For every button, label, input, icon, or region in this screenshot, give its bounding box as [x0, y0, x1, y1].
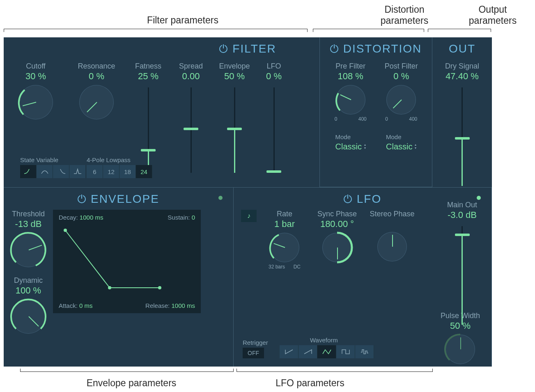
post-knob[interactable]	[386, 85, 416, 115]
distortion-section: DISTORTION Pre Filter 108 % 0400 Mode Cl…	[319, 37, 432, 187]
cutoff-label: Cutoff	[26, 62, 46, 71]
sustain-value: 0	[192, 214, 195, 221]
resonance-knob[interactable]	[79, 85, 114, 119]
anno-envelope: Envelope parameters	[70, 378, 193, 389]
cutoff-value: 30 %	[25, 71, 46, 82]
plugin-panel: FILTER Cutoff 30 % Resonance	[4, 37, 492, 367]
envelope-title: ENVELOPE	[91, 193, 159, 206]
envelope-section: ENVELOPE Threshold -13 dB	[4, 188, 234, 367]
sync-phase-value: 180.00 °	[320, 219, 354, 229]
dry-value: 47.40 %	[445, 71, 479, 82]
dry-slider[interactable]	[462, 87, 463, 186]
sync-phase-knob[interactable]	[322, 233, 352, 262]
dynamic-label: Dynamic	[14, 276, 43, 285]
anno-distortion: Distortion parameters	[367, 4, 441, 26]
pre-value: 108 %	[338, 71, 363, 82]
attack-value: 0 ms	[79, 302, 93, 309]
power-icon[interactable]	[78, 195, 86, 203]
sv-type-buttons	[20, 165, 86, 178]
led-icon	[218, 196, 223, 200]
sustain-label: Sustain:	[168, 214, 190, 221]
saw-down-icon[interactable]	[280, 345, 298, 358]
power-icon[interactable]	[330, 45, 338, 53]
pole-18-button[interactable]: 18	[119, 165, 136, 178]
rate-knob[interactable]	[270, 233, 299, 262]
dynamic-knob[interactable]	[11, 299, 46, 334]
waveform-buttons	[280, 345, 374, 358]
fatness-label: Fatness	[135, 62, 161, 71]
anno-line-distortion	[313, 29, 424, 32]
triangle-icon[interactable]	[317, 345, 336, 358]
resonance-label: Resonance	[78, 62, 115, 71]
envelope-amt-label: Envelope	[219, 62, 250, 71]
cutoff-knob[interactable]	[18, 85, 53, 119]
sv-label: State Variable	[20, 156, 86, 163]
sv-bandpass-button[interactable]	[37, 165, 53, 178]
anno-line-lfo	[237, 369, 433, 372]
lfo-title: LFO	[357, 193, 381, 206]
out-title: OUT	[449, 42, 475, 55]
pole-6-button[interactable]: 6	[87, 165, 103, 178]
sync-phase-label: Sync Phase	[317, 210, 357, 219]
post-lo: 0	[385, 116, 388, 122]
post-hi: 400	[409, 116, 417, 122]
stereo-phase-label: Stereo Phase	[370, 210, 414, 219]
decay-label: Decay:	[59, 214, 78, 221]
dry-label: Dry Signal	[445, 62, 479, 71]
threshold-knob[interactable]	[11, 233, 46, 267]
pre-mode-label: Mode	[335, 133, 366, 140]
anno-lfo: LFO parameters	[259, 378, 361, 389]
lfo-amt-label: LFO	[266, 62, 281, 71]
envelope-display[interactable]: Decay: 1000 ms Sustain: 0 Attack: 0 ms	[53, 210, 201, 313]
pre-label: Pre Filter	[335, 62, 365, 71]
threshold-value: -13 dB	[15, 219, 42, 229]
dynamic-value: 100 %	[16, 285, 41, 296]
spread-slider[interactable]	[191, 87, 192, 173]
anno-output: Output parameters	[456, 4, 530, 26]
distortion-title: DISTORTION	[343, 42, 422, 55]
random-icon[interactable]	[355, 345, 374, 358]
resonance-value: 0 %	[89, 71, 104, 82]
main-value: -3.0 dB	[448, 210, 477, 220]
attack-label: Attack:	[59, 302, 78, 309]
pre-knob[interactable]	[336, 85, 365, 115]
threshold-label: Threshold	[12, 210, 45, 219]
envelope-amt-value: 50 %	[224, 71, 245, 82]
saw-up-icon[interactable]	[298, 345, 317, 358]
retrigger-button[interactable]: OFF	[243, 348, 264, 358]
envelope-amt-slider[interactable]	[234, 87, 235, 173]
pre-lo: 0	[335, 116, 338, 122]
sv-notch-button[interactable]	[69, 165, 86, 178]
rate-value: 1 bar	[274, 219, 295, 229]
rate-scale-hi: DC	[294, 264, 301, 270]
post-label: Post Filter	[385, 62, 418, 71]
main-slider[interactable]	[462, 226, 463, 325]
post-mode-select[interactable]: Classic▴▾	[386, 142, 416, 151]
release-label: Release:	[145, 302, 170, 309]
square-icon[interactable]	[336, 345, 355, 358]
lfo-amt-slider[interactable]	[273, 87, 275, 173]
pre-mode-select[interactable]: Classic▴▾	[335, 142, 366, 151]
pole-12-button[interactable]: 12	[103, 165, 119, 178]
svg-point-4	[158, 286, 161, 289]
power-icon[interactable]	[344, 195, 352, 203]
post-mode-label: Mode	[386, 133, 416, 140]
power-icon[interactable]	[219, 45, 227, 53]
sv-highpass-button[interactable]	[53, 165, 69, 178]
pole-24-button[interactable]: 24	[136, 165, 152, 178]
anno-line-envelope	[20, 369, 234, 372]
sv-lowpass-button[interactable]	[20, 165, 37, 178]
pole-buttons: 6 12 18 24	[87, 165, 152, 178]
spread-label: Spread	[179, 62, 203, 71]
svg-line-1	[65, 230, 110, 288]
spread-value: 0.00	[182, 71, 200, 82]
anno-line-filter	[4, 29, 308, 32]
rate-label: Rate	[277, 210, 292, 219]
main-label: Main Out	[447, 201, 477, 210]
pole-label: 4-Pole Lowpass	[87, 156, 152, 163]
stereo-phase-knob[interactable]	[377, 232, 407, 261]
rate-scale-lo: 32 bars	[269, 264, 285, 270]
anno-line-output	[428, 29, 491, 32]
release-value: 1000 ms	[171, 302, 195, 309]
sync-button[interactable]: ♪	[241, 210, 257, 222]
